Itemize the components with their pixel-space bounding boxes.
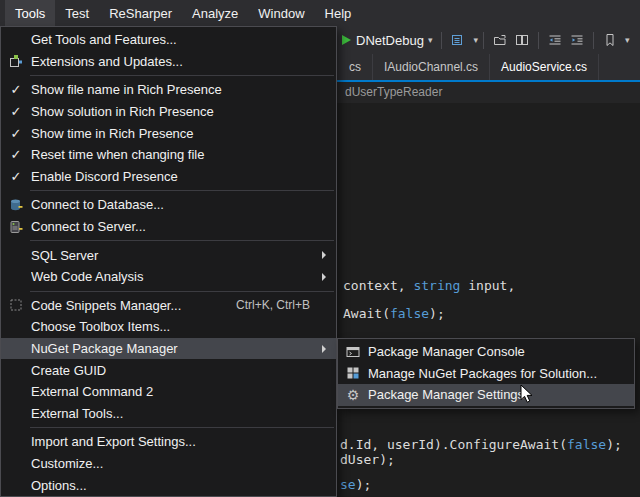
menubar-item-analyze[interactable]: Analyze	[182, 0, 248, 26]
gear-icon: ⚙	[347, 388, 360, 402]
extensions-icon	[1, 54, 31, 68]
split-panes-icon[interactable]	[511, 29, 533, 51]
checkmark-icon: ✓	[11, 169, 22, 184]
bookmark-icon[interactable]	[599, 29, 621, 51]
code-segment: false	[567, 437, 606, 452]
document-tab[interactable]: cs	[338, 54, 373, 80]
menu-item-web-code-analysis[interactable]: Web Code Analysis	[1, 266, 336, 288]
menu-item-label: External Tools...	[31, 406, 332, 421]
menu-item-label: Options...	[31, 478, 332, 493]
submenu-arrow-icon	[316, 251, 332, 259]
menu-item-show-solution-rich-presence[interactable]: ✓ Show solution in Rich Presence	[1, 101, 336, 123]
code-line: Await(false);	[343, 306, 445, 321]
nuget-submenu: Package Manager Console Manage NuGet Pac…	[337, 338, 635, 409]
snippets-icon	[1, 298, 31, 312]
indent-icon[interactable]	[566, 29, 588, 51]
menu-item-get-tools-and-features[interactable]: Get Tools and Features...	[1, 29, 336, 51]
menubar-item-resharper[interactable]: ReSharper	[99, 0, 182, 26]
menu-item-customize[interactable]: Customize...	[1, 453, 336, 475]
code-segment: Await(	[343, 306, 390, 321]
toolbar-separator	[538, 32, 539, 49]
code-segment: );	[429, 306, 445, 321]
submenu-item-package-manager-console[interactable]: Package Manager Console	[338, 341, 634, 363]
checkmark-icon: ✓	[11, 126, 22, 141]
menu-separator	[30, 427, 334, 428]
menu-item-create-guid[interactable]: Create GUID	[1, 359, 336, 381]
submenu-item-package-manager-settings[interactable]: ⚙ Package Manager Settings	[338, 384, 634, 406]
menu-item-enable-discord-presence[interactable]: ✓ Enable Discord Presence	[1, 166, 336, 188]
menu-item-code-snippets-manager[interactable]: Code Snippets Manager... Ctrl+K, Ctrl+B	[1, 295, 336, 317]
checkmark-icon: ✓	[11, 82, 22, 97]
menu-item-label: Show solution in Rich Presence	[31, 104, 332, 119]
packages-icon	[338, 366, 368, 380]
breadcrumb[interactable]: dUserTypeReader	[345, 82, 442, 103]
chevron-down-icon[interactable]: ▾	[473, 35, 478, 45]
menu-item-reset-time-changing-file[interactable]: ✓ Reset time when changing file	[1, 144, 336, 166]
code-line: se);	[340, 477, 371, 492]
menu-item-connect-to-server[interactable]: Connect to Server...	[1, 216, 336, 238]
menu-item-options[interactable]: Options...	[1, 474, 336, 496]
folder-open-icon[interactable]	[489, 29, 511, 51]
tools-menu: Get Tools and Features... Extensions and…	[0, 26, 337, 497]
member-list-icon[interactable]	[447, 29, 469, 51]
submenu-item-manage-nuget-packages[interactable]: Manage NuGet Packages for Solution...	[338, 363, 634, 385]
mouse-cursor	[520, 384, 534, 404]
menu-item-choose-toolbox-items[interactable]: Choose Toolbox Items...	[1, 316, 336, 338]
menu-item-label: External Command 2	[31, 384, 332, 399]
menu-item-label: Enable Discord Presence	[31, 169, 332, 184]
document-tab-audioservice[interactable]: AudioService.cs	[490, 54, 599, 80]
code-segment: context,	[343, 278, 413, 293]
menu-item-shortcut: Ctrl+K, Ctrl+B	[236, 298, 310, 312]
menu-item-label: Package Manager Console	[368, 344, 630, 359]
checkmark-icon: ✓	[11, 104, 22, 119]
menu-item-external-tools[interactable]: External Tools...	[1, 403, 336, 425]
start-debug-button[interactable]: DNetDebug ▾	[338, 31, 436, 50]
code-segment: );	[356, 477, 372, 492]
menu-item-nuget-package-manager[interactable]: NuGet Package Manager	[1, 338, 336, 360]
menu-item-label: Import and Export Settings...	[31, 434, 332, 449]
menu-item-label: Web Code Analysis	[31, 269, 316, 284]
menu-bar: Tools Test ReSharper Analyze Window Help	[0, 0, 640, 26]
menubar-item-test[interactable]: Test	[55, 0, 99, 26]
menu-item-label: NuGet Package Manager	[31, 341, 316, 356]
outdent-icon[interactable]	[544, 29, 566, 51]
menu-item-sql-server[interactable]: SQL Server	[1, 244, 336, 266]
submenu-arrow-icon	[316, 273, 332, 281]
menu-item-connect-to-database[interactable]: Connect to Database...	[1, 194, 336, 216]
menu-item-label: Show time in Rich Presence	[31, 126, 332, 141]
menu-item-import-export-settings[interactable]: Import and Export Settings...	[1, 431, 336, 453]
toolbar-separator	[483, 32, 484, 49]
menu-item-label: Connect to Server...	[31, 219, 332, 234]
menu-item-show-file-name-rich-presence[interactable]: ✓ Show file name in Rich Presence	[1, 79, 336, 101]
document-tab-iaudiochannel[interactable]: IAudioChannel.cs	[373, 54, 490, 80]
menu-item-label: Package Manager Settings	[368, 387, 630, 402]
menu-item-label: Code Snippets Manager...	[31, 298, 236, 313]
menu-item-label: Show file name in Rich Presence	[31, 82, 332, 97]
database-icon	[1, 198, 31, 212]
menu-separator	[30, 190, 334, 191]
checkmark-icon: ✓	[11, 147, 22, 162]
code-line: d.Id, userId).ConfigureAwait(false);	[340, 437, 622, 452]
code-segment: input,	[460, 278, 515, 293]
toolbar-overflow-icon[interactable]: ▾	[625, 35, 630, 45]
menu-item-label: Manage NuGet Packages for Solution...	[368, 366, 630, 381]
menubar-item-window[interactable]: Window	[248, 0, 314, 26]
menubar-item-tools[interactable]: Tools	[5, 0, 55, 26]
menu-item-show-time-rich-presence[interactable]: ✓ Show time in Rich Presence	[1, 122, 336, 144]
debug-target-label: DNetDebug	[356, 33, 424, 48]
code-segment: d.Id, userId).ConfigureAwait(	[340, 437, 567, 452]
menu-item-label: Create GUID	[31, 363, 332, 378]
menu-item-label: SQL Server	[31, 248, 316, 263]
chevron-down-icon[interactable]: ▾	[428, 35, 433, 45]
code-segment: dUser);	[340, 452, 395, 467]
menu-item-label: Get Tools and Features...	[31, 32, 332, 47]
menu-separator	[30, 240, 334, 241]
code-line: context, string input,	[343, 278, 515, 293]
menu-item-label: Extensions and Updates...	[31, 54, 332, 69]
submenu-arrow-icon	[316, 345, 332, 353]
menu-item-label: Connect to Database...	[31, 197, 332, 212]
menu-item-extensions-and-updates[interactable]: Extensions and Updates...	[1, 51, 336, 73]
menubar-item-help[interactable]: Help	[315, 0, 362, 26]
menu-item-external-command-2[interactable]: External Command 2	[1, 381, 336, 403]
menu-item-label: Customize...	[31, 456, 332, 471]
